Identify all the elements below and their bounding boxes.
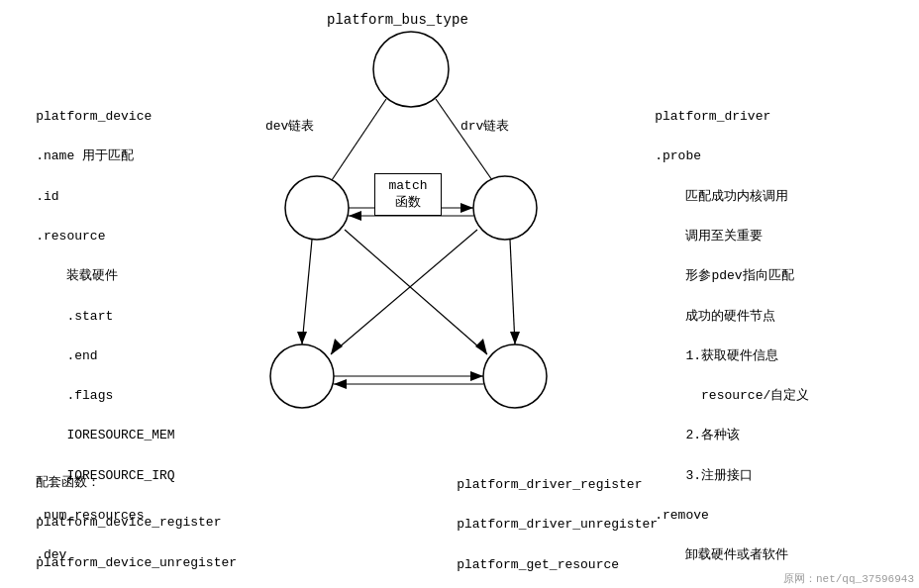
right-panel-title: platform_driver bbox=[655, 109, 770, 124]
svg-line-6 bbox=[436, 99, 492, 180]
right-line-7: resource/自定义 bbox=[655, 388, 809, 403]
right-bottom-panel: platform_driver_register platform_driver… bbox=[426, 455, 658, 588]
svg-point-1 bbox=[285, 176, 349, 240]
left-line-5: .start bbox=[36, 309, 113, 324]
right-line-6: 1.获取硬件信息 bbox=[655, 348, 778, 363]
right-bottom-line3: platform_get_resource bbox=[457, 557, 619, 572]
svg-point-3 bbox=[270, 344, 334, 408]
left-line-1: .name 用于匹配 bbox=[36, 148, 134, 163]
right-bottom-line2: platform_driver_unregister bbox=[457, 517, 658, 532]
svg-marker-12 bbox=[475, 339, 487, 354]
svg-line-7 bbox=[302, 240, 312, 344]
drv-chain-label: drv链表 bbox=[460, 117, 509, 137]
left-bottom-title: 配套函数： bbox=[36, 475, 100, 490]
svg-line-13 bbox=[331, 230, 477, 354]
right-line-9: 3.注册接口 bbox=[655, 468, 753, 483]
right-line-10: .remove bbox=[655, 508, 709, 523]
svg-line-11 bbox=[345, 230, 487, 354]
left-line-3: .resource bbox=[36, 229, 105, 244]
match-box: match 函数 bbox=[374, 173, 442, 216]
svg-point-0 bbox=[373, 32, 449, 107]
left-line-4: 装载硬件 bbox=[36, 268, 118, 283]
right-line-11: 卸载硬件或者软件 bbox=[655, 547, 788, 562]
left-line-7: .flags bbox=[36, 388, 113, 403]
svg-line-9 bbox=[510, 240, 515, 344]
right-line-1: .probe bbox=[655, 148, 701, 163]
svg-marker-10 bbox=[510, 332, 520, 344]
right-line-2: 匹配成功内核调用 bbox=[655, 189, 788, 204]
svg-marker-8 bbox=[297, 332, 307, 344]
left-line-8: IORESOURCE_MEM bbox=[36, 428, 174, 442]
svg-marker-16 bbox=[470, 371, 483, 381]
platform-bus-type-label: platform_bus_type bbox=[327, 10, 468, 31]
svg-marker-22 bbox=[349, 211, 361, 221]
right-bottom-line1: platform_driver_register bbox=[457, 477, 642, 492]
match-label-line2: 函数 bbox=[395, 195, 421, 210]
dev-chain-label: dev链表 bbox=[265, 117, 314, 137]
svg-marker-18 bbox=[334, 379, 347, 389]
left-line-6: .end bbox=[36, 348, 97, 363]
svg-point-2 bbox=[473, 176, 537, 240]
svg-marker-14 bbox=[331, 339, 343, 354]
svg-point-4 bbox=[483, 344, 547, 408]
main-canvas: platform_bus_type dev链表 drv链表 match 函数 p… bbox=[0, 0, 919, 588]
left-bottom-panel: 配套函数： platform_device_register platform_… bbox=[5, 453, 237, 588]
svg-marker-20 bbox=[460, 203, 473, 213]
right-line-4: 形参pdev指向匹配 bbox=[655, 268, 793, 283]
match-label-line1: match bbox=[388, 178, 427, 193]
svg-line-5 bbox=[332, 99, 386, 180]
watermark: 原网：net/qq_37596943 bbox=[783, 571, 914, 586]
right-line-8: 2.各种该 bbox=[655, 428, 740, 442]
right-line-3: 调用至关重要 bbox=[655, 229, 763, 244]
left-bottom-line1: platform_device_register bbox=[36, 515, 221, 530]
left-panel-title: platform_device bbox=[36, 109, 152, 124]
right-line-5: 成功的硬件节点 bbox=[655, 309, 775, 324]
left-bottom-line2: platform_device_unregister bbox=[36, 555, 237, 570]
left-line-2: .id bbox=[36, 189, 58, 204]
